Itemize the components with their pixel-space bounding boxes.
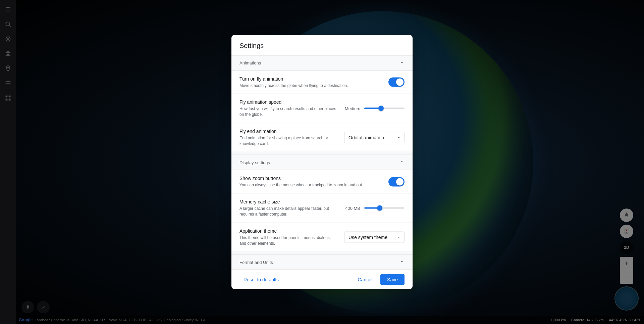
- cache-size-slider-container: 400 MB: [345, 205, 405, 211]
- cache-size-row: Memory cache size A larger cache can mak…: [231, 194, 413, 223]
- animations-section-header[interactable]: Animations: [231, 55, 413, 71]
- fly-animation-slider-track: [388, 77, 405, 87]
- fly-speed-value: Medium: [345, 106, 360, 111]
- cache-size-value: 400 MB: [345, 205, 360, 211]
- fly-end-row: Fly end animation End animation for show…: [231, 123, 413, 152]
- dialog-header: Settings: [231, 35, 413, 55]
- cache-size-desc: A larger cache can make details appear f…: [239, 206, 337, 217]
- cache-size-track[interactable]: [364, 207, 405, 209]
- cancel-button[interactable]: Cancel: [352, 274, 378, 285]
- fly-animation-desc: Move smoothly across the globe when flyi…: [239, 83, 380, 88]
- fly-speed-thumb[interactable]: [378, 106, 384, 111]
- fly-animation-slider-knob: [396, 78, 404, 86]
- app-theme-desc: This theme will be used for panels, menu…: [239, 235, 336, 246]
- footer-actions: Cancel Save: [352, 274, 405, 285]
- dialog-footer: Reset to defaults Cancel Save: [231, 270, 413, 289]
- fly-speed-track[interactable]: [364, 108, 405, 109]
- fly-animation-info: Turn on fly animation Move smoothly acro…: [239, 76, 380, 88]
- display-section-header[interactable]: Display settings: [231, 155, 413, 170]
- settings-dialog: Settings Animations Turn on fly animatio…: [231, 35, 413, 289]
- fly-animation-toggle[interactable]: [388, 77, 405, 87]
- fly-end-select[interactable]: Orbital animation None Zoom animation: [344, 132, 405, 143]
- format-units-section-header[interactable]: Format and Units: [231, 254, 413, 270]
- cache-size-label: Memory cache size: [239, 199, 337, 204]
- zoom-buttons-desc: You can always use the mouse wheel or tr…: [239, 182, 380, 188]
- zoom-buttons-toggle[interactable]: [388, 177, 405, 186]
- fly-speed-desc: How fast you will fly to search results …: [239, 106, 337, 118]
- fly-speed-slider-container: Medium: [345, 106, 405, 111]
- fly-speed-row: Fly animation speed How fast you will fl…: [231, 94, 413, 123]
- section-gap-2: [231, 252, 413, 254]
- fly-animation-label: Turn on fly animation: [239, 76, 380, 81]
- section-gap-1: [231, 152, 413, 155]
- animations-chevron-icon: [399, 59, 405, 66]
- app-theme-row: Application theme This theme will be use…: [231, 223, 413, 252]
- reset-button[interactable]: Reset to defaults: [239, 274, 283, 285]
- fly-animation-row: Turn on fly animation Move smoothly acro…: [231, 71, 413, 94]
- format-units-section-title: Format and Units: [239, 260, 273, 265]
- zoom-buttons-label: Show zoom buttons: [239, 176, 380, 181]
- display-chevron-icon: [399, 159, 405, 166]
- fly-end-label: Fly end animation: [239, 128, 336, 134]
- zoom-buttons-slider-track: [388, 177, 405, 186]
- display-section-title: Display settings: [239, 160, 270, 165]
- zoom-buttons-row: Show zoom buttons You can always use the…: [231, 170, 413, 194]
- zoom-buttons-info: Show zoom buttons You can always use the…: [239, 176, 380, 188]
- fly-end-info: Fly end animation End animation for show…: [239, 128, 336, 146]
- format-units-chevron-icon: [399, 259, 405, 266]
- zoom-buttons-slider-knob: [396, 178, 404, 185]
- dialog-body: Animations Turn on fly animation Move sm…: [231, 55, 413, 270]
- app-theme-label: Application theme: [239, 228, 336, 233]
- fly-speed-label: Fly animation speed: [239, 99, 337, 105]
- fly-end-desc: End animation for showing a place from s…: [239, 135, 336, 146]
- fly-speed-info: Fly animation speed How fast you will fl…: [239, 99, 337, 118]
- app-theme-select[interactable]: Use system theme Light Dark: [344, 231, 405, 243]
- dialog-title: Settings: [239, 42, 405, 49]
- app-theme-info: Application theme This theme will be use…: [239, 228, 336, 246]
- animations-section-title: Animations: [239, 60, 261, 65]
- save-button[interactable]: Save: [380, 274, 405, 285]
- cache-size-thumb[interactable]: [377, 205, 382, 211]
- cache-size-info: Memory cache size A larger cache can mak…: [239, 199, 337, 217]
